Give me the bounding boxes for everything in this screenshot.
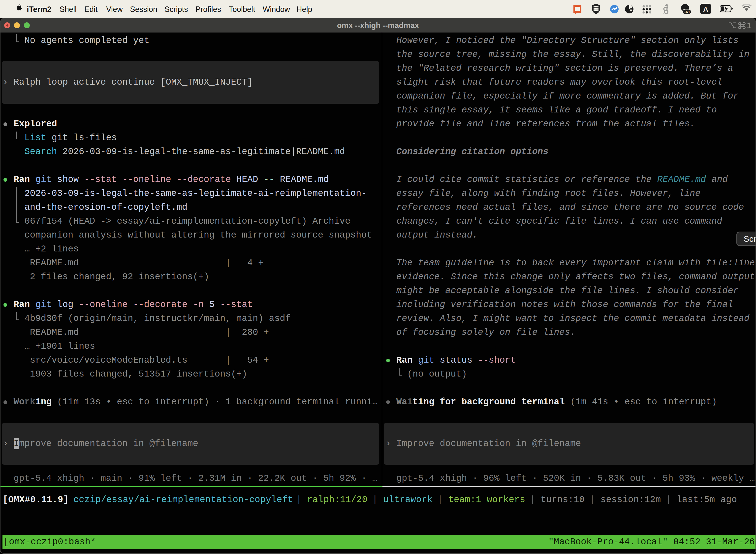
svg-text:A: A [703,5,708,13]
svg-text:..61: ..61 [684,10,690,14]
svg-text:1: 1 [747,21,751,29]
